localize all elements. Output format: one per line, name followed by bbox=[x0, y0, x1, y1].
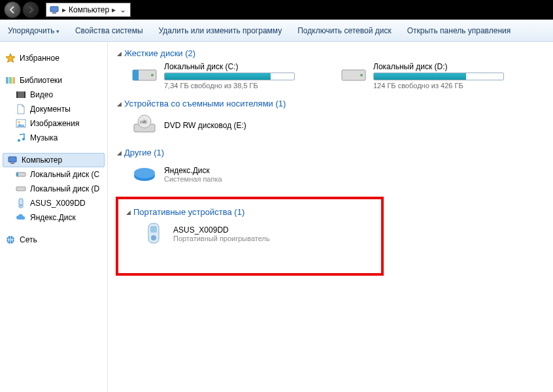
toolbar: Упорядочить Свойства системы Удалить или… bbox=[0, 20, 553, 42]
svg-rect-12 bbox=[8, 157, 16, 162]
svg-point-18 bbox=[20, 204, 22, 206]
section-heading[interactable]: ◢ Жесткие диски (2) bbox=[117, 48, 544, 58]
image-icon bbox=[16, 118, 26, 129]
section-removable: ◢ Устройства со съемными носителями (1) … bbox=[117, 99, 544, 139]
sidebar-item-video[interactable]: Видео bbox=[0, 88, 107, 102]
item-sublabel: Системная папка bbox=[164, 175, 222, 183]
breadcrumb-item[interactable]: Компьютер bbox=[69, 5, 109, 14]
svg-point-11 bbox=[22, 138, 25, 140]
sidebar-label: ASUS_X009DD bbox=[30, 199, 86, 208]
cloud-icon bbox=[16, 212, 26, 223]
sidebar-item-documents[interactable]: Документы bbox=[0, 102, 107, 116]
svg-point-24 bbox=[360, 74, 363, 76]
video-icon bbox=[16, 90, 26, 100]
svg-rect-6 bbox=[16, 91, 18, 98]
star-icon bbox=[5, 53, 16, 63]
drive-icon bbox=[16, 184, 26, 194]
drive-label: Локальный диск (C:) bbox=[164, 62, 295, 71]
item-sublabel: Портативный проигрыватель bbox=[173, 235, 270, 242]
sidebar-label: Сеть bbox=[20, 235, 37, 244]
portable-player-icon bbox=[141, 221, 167, 247]
sidebar-item-yandex-disk[interactable]: Яндекс.Диск bbox=[0, 210, 107, 225]
section-title-text: Жесткие диски (2) bbox=[124, 48, 195, 58]
sidebar-label: Документы bbox=[30, 105, 71, 114]
disclosure-icon: ◢ bbox=[126, 209, 131, 216]
capacity-bar bbox=[373, 73, 504, 80]
sidebar-item-local-disk-d[interactable]: Локальный диск (D bbox=[0, 182, 107, 196]
svg-rect-4 bbox=[12, 77, 15, 84]
back-button[interactable] bbox=[4, 1, 21, 18]
svg-point-33 bbox=[151, 235, 156, 240]
svg-rect-16 bbox=[16, 187, 25, 191]
system-properties-button[interactable]: Свойства системы bbox=[75, 26, 143, 35]
drive-capacity-text: 7,34 ГБ свободно из 38,5 ГБ bbox=[164, 82, 295, 90]
sidebar-item-music[interactable]: Музыка bbox=[0, 131, 107, 145]
svg-point-30 bbox=[134, 168, 155, 178]
sidebar-label: Библиотеки bbox=[20, 76, 62, 85]
dvd-drive-item[interactable]: DVD DVD RW дисковод (E:) bbox=[131, 112, 246, 139]
capacity-bar bbox=[164, 73, 295, 80]
sidebar-label: Компьютер bbox=[22, 155, 62, 165]
svg-rect-13 bbox=[10, 163, 14, 164]
section-heading[interactable]: ◢ Портативные устройства (1) bbox=[126, 207, 373, 217]
section-portable: ◢ Портативные устройства (1) ASUS_X009DD… bbox=[126, 207, 373, 247]
sidebar-favorites[interactable]: Избранное bbox=[0, 51, 107, 65]
sidebar-network[interactable]: Сеть bbox=[0, 233, 107, 247]
section-heading[interactable]: ◢ Другие (1) bbox=[117, 148, 544, 157]
computer-icon bbox=[7, 155, 18, 165]
portable-device-icon bbox=[16, 198, 26, 208]
svg-rect-0 bbox=[50, 7, 58, 12]
item-label: ASUS_X009DD bbox=[173, 225, 270, 235]
sidebar-label: Локальный диск (D bbox=[30, 184, 99, 193]
disclosure-icon: ◢ bbox=[117, 50, 122, 57]
libraries-icon bbox=[5, 75, 16, 86]
breadcrumb-sep-icon: ▸ bbox=[62, 5, 66, 14]
map-network-drive-button[interactable]: Подключить сетевой диск bbox=[297, 26, 391, 35]
svg-point-9 bbox=[18, 122, 20, 123]
content-pane: ◢ Жесткие диски (2) Локальный диск (C:) … bbox=[108, 42, 553, 392]
svg-text:DVD: DVD bbox=[140, 120, 147, 124]
drive-capacity-text: 124 ГБ свободно из 426 ГБ bbox=[373, 82, 504, 90]
section-other: ◢ Другие (1) Яндекс.Диск Системная папка bbox=[117, 148, 544, 188]
svg-point-10 bbox=[18, 139, 20, 142]
sidebar-libraries[interactable]: Библиотеки bbox=[0, 73, 107, 88]
dvd-drive-icon: DVD bbox=[131, 112, 158, 139]
organize-menu[interactable]: Упорядочить bbox=[8, 26, 59, 35]
section-hard-drives: ◢ Жесткие диски (2) Локальный диск (C:) … bbox=[117, 48, 544, 90]
hard-drive-icon bbox=[131, 62, 158, 88]
drive-item-c[interactable]: Локальный диск (C:) 7,34 ГБ свободно из … bbox=[131, 62, 327, 90]
section-title-text: Устройства со съемными носителями (1) bbox=[124, 99, 286, 108]
sidebar-label: Яндекс.Диск bbox=[30, 213, 76, 222]
sidebar-computer[interactable]: Компьютер bbox=[3, 153, 105, 167]
sidebar-label: Локальный диск (C bbox=[30, 170, 99, 179]
forward-button[interactable] bbox=[22, 1, 39, 18]
drive-item-d[interactable]: Локальный диск (D:) 124 ГБ свободно из 4… bbox=[341, 62, 537, 90]
item-label: Яндекс.Диск bbox=[164, 166, 222, 175]
sidebar-item-asus-device[interactable]: ASUS_X009DD bbox=[0, 196, 107, 210]
svg-rect-3 bbox=[9, 77, 12, 84]
control-panel-button[interactable]: Открыть панель управления bbox=[407, 26, 511, 35]
section-heading[interactable]: ◢ Устройства со съемными носителями (1) bbox=[117, 99, 544, 108]
svg-rect-2 bbox=[6, 77, 8, 84]
network-icon bbox=[5, 235, 16, 245]
yandex-disk-item[interactable]: Яндекс.Диск Системная папка bbox=[131, 161, 222, 188]
svg-point-22 bbox=[151, 74, 154, 76]
hard-drive-icon bbox=[341, 62, 367, 88]
document-icon bbox=[16, 104, 26, 114]
sidebar-label: Изображения bbox=[30, 119, 79, 128]
sidebar-label: Видео bbox=[30, 90, 53, 99]
disclosure-icon: ◢ bbox=[117, 150, 122, 156]
navigation-pane: Избранное Библиотеки Видео Документы Изо… bbox=[0, 42, 108, 392]
sidebar-label: Музыка bbox=[30, 133, 58, 142]
uninstall-program-button[interactable]: Удалить или изменить программу bbox=[159, 26, 282, 35]
breadcrumb-sep-icon: ▸ bbox=[112, 5, 116, 14]
portable-device-item[interactable]: ASUS_X009DD Портативный проигрыватель bbox=[141, 221, 270, 247]
drive-label: Локальный диск (D:) bbox=[373, 62, 504, 71]
breadcrumb-dropdown[interactable]: ⌄ bbox=[118, 5, 127, 14]
yandex-disk-icon bbox=[131, 161, 158, 188]
sidebar-item-local-disk-c[interactable]: Локальный диск (C bbox=[0, 167, 107, 182]
sidebar-item-images[interactable]: Изображения bbox=[0, 116, 107, 131]
address-bar[interactable]: ▸ Компьютер ▸ ⌄ bbox=[46, 3, 131, 17]
svg-rect-7 bbox=[24, 91, 25, 98]
highlight-annotation: ◢ Портативные устройства (1) ASUS_X009DD… bbox=[116, 197, 384, 276]
